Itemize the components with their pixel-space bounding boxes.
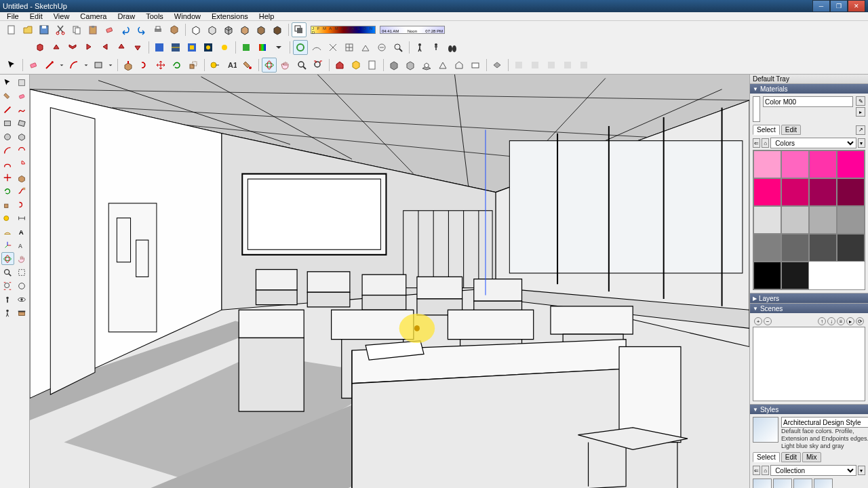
lt-protractor-icon[interactable] <box>1 225 14 238</box>
right-view-icon[interactable] <box>81 40 96 55</box>
layers-title[interactable]: ▶Layers <box>750 293 868 303</box>
material-swatch[interactable] <box>753 178 781 206</box>
smoove-icon[interactable] <box>293 40 308 55</box>
lt-zoomwin-icon[interactable] <box>16 266 28 279</box>
lt-2arc-icon[interactable] <box>16 144 28 157</box>
text-tool-icon[interactable]: A1 <box>224 58 239 73</box>
style-item[interactable] <box>814 479 833 488</box>
lt-polygon-icon[interactable] <box>16 130 28 143</box>
sun-icon[interactable] <box>217 40 232 55</box>
grey-2-icon[interactable] <box>528 58 542 73</box>
scene-remove-icon[interactable]: − <box>764 317 772 325</box>
top-view-icon[interactable] <box>49 40 64 55</box>
lt-section-icon[interactable] <box>16 306 28 319</box>
lt-axes-icon[interactable] <box>1 239 14 251</box>
zoom-tool-icon[interactable] <box>294 58 309 73</box>
lt-look-icon[interactable] <box>16 293 28 306</box>
current-material-swatch[interactable] <box>753 96 760 122</box>
rotate-tool-icon[interactable] <box>170 58 184 73</box>
zoom-extents-tool-icon[interactable] <box>311 58 326 73</box>
scale-tool-icon[interactable] <box>186 58 201 73</box>
walk-3-icon[interactable] <box>445 40 460 55</box>
material-swatch[interactable] <box>781 234 809 262</box>
material-swatch[interactable] <box>753 234 781 262</box>
model-info-icon[interactable] <box>167 22 182 37</box>
materials-select-tab[interactable]: Select <box>753 125 780 135</box>
pushpull-tool-icon[interactable] <box>121 58 136 73</box>
material-swatch[interactable] <box>753 206 781 234</box>
material-swatch-grid[interactable] <box>753 150 865 290</box>
style-item[interactable] <box>753 479 772 488</box>
lt-prev-icon[interactable] <box>16 279 28 292</box>
scene-menu-icon[interactable]: ▸ <box>846 317 854 325</box>
lt-rect-icon[interactable] <box>1 117 14 129</box>
maximize-button[interactable]: ❐ <box>830 0 848 12</box>
menu-tools[interactable]: Tools <box>142 12 167 20</box>
copy-icon[interactable] <box>69 22 84 37</box>
lt-pan-icon[interactable] <box>16 252 28 265</box>
back-view-icon[interactable] <box>98 40 113 55</box>
scene-refresh-icon[interactable]: ⟳ <box>856 317 864 325</box>
pan-tool-icon[interactable] <box>278 58 293 73</box>
materials-title[interactable]: ▼Materials <box>750 84 868 94</box>
scene-up-icon[interactable]: ↑ <box>818 317 826 325</box>
warehouse-icon[interactable] <box>332 58 347 73</box>
menu-edit[interactable]: Edit <box>26 12 47 20</box>
material-library-select[interactable]: Colors <box>770 138 856 148</box>
material-swatch[interactable] <box>781 262 809 289</box>
zoom-ext-icon[interactable] <box>391 40 406 55</box>
material-swatch[interactable] <box>837 234 865 262</box>
style-back-icon[interactable]: ⇐ <box>753 466 760 475</box>
lt-3dtext-icon[interactable]: A <box>16 239 28 251</box>
menu-extensions[interactable]: Extensions <box>208 12 252 20</box>
menu-file[interactable]: File <box>3 12 23 20</box>
lt-scale-icon[interactable] <box>1 198 14 211</box>
solid-6-icon[interactable] <box>468 58 483 73</box>
warehouse-2-icon[interactable] <box>349 58 363 73</box>
material-swatch[interactable] <box>781 178 809 206</box>
select-tool-icon[interactable] <box>4 58 19 73</box>
line-dropdown-icon[interactable] <box>58 58 65 73</box>
open-file-icon[interactable] <box>20 22 35 37</box>
scene-view-icon[interactable]: ≡ <box>837 317 845 325</box>
offset-tool-icon[interactable] <box>137 58 152 73</box>
lt-move-icon[interactable] <box>1 171 14 184</box>
walk-1-icon[interactable] <box>412 40 427 55</box>
material-swatch[interactable] <box>781 150 809 178</box>
lt-zoomext-icon[interactable] <box>1 279 14 292</box>
lt-followme-icon[interactable] <box>16 184 28 197</box>
erase-icon[interactable] <box>102 22 117 37</box>
style-library-select[interactable]: Collection <box>770 465 856 476</box>
face-style-6-icon[interactable] <box>270 22 285 37</box>
grey-5-icon[interactable] <box>576 58 591 73</box>
line-tool-icon[interactable] <box>42 58 57 73</box>
grey-3-icon[interactable] <box>544 58 559 73</box>
viewport[interactable] <box>30 75 749 488</box>
lt-position-icon[interactable] <box>1 293 14 306</box>
model-canvas[interactable] <box>30 75 749 488</box>
shadow-toggle-icon[interactable] <box>292 22 307 37</box>
styles-select-tab[interactable]: Select <box>753 452 780 462</box>
material-swatch[interactable] <box>753 262 781 289</box>
solid-2-icon[interactable] <box>403 58 418 73</box>
time-slider[interactable]: 04:41 AM Noon 07:28 PM <box>380 26 445 34</box>
arc-tool-icon[interactable] <box>66 58 81 73</box>
view-blue-4-icon[interactable] <box>201 40 216 55</box>
material-swatch[interactable] <box>837 150 865 178</box>
material-swatch[interactable] <box>837 178 865 206</box>
grey-1-icon[interactable] <box>511 58 526 73</box>
mat-menu-icon[interactable]: ▾ <box>858 138 865 148</box>
layout-icon[interactable] <box>365 58 380 73</box>
lt-component-icon[interactable] <box>16 76 28 89</box>
material-swatch[interactable] <box>809 178 837 206</box>
arc-dropdown-icon[interactable] <box>83 58 90 73</box>
lt-circle-icon[interactable] <box>1 130 14 143</box>
sandbox-4-icon[interactable] <box>358 40 373 55</box>
lt-rotate-icon[interactable] <box>1 184 14 197</box>
lt-3arc-icon[interactable] <box>1 157 14 170</box>
view-blue-1-icon[interactable] <box>152 40 167 55</box>
ext-1-icon[interactable] <box>490 58 505 73</box>
walk-2-icon[interactable] <box>429 40 443 55</box>
scenes-list[interactable] <box>753 327 865 401</box>
dropdown-icon[interactable] <box>271 40 286 55</box>
